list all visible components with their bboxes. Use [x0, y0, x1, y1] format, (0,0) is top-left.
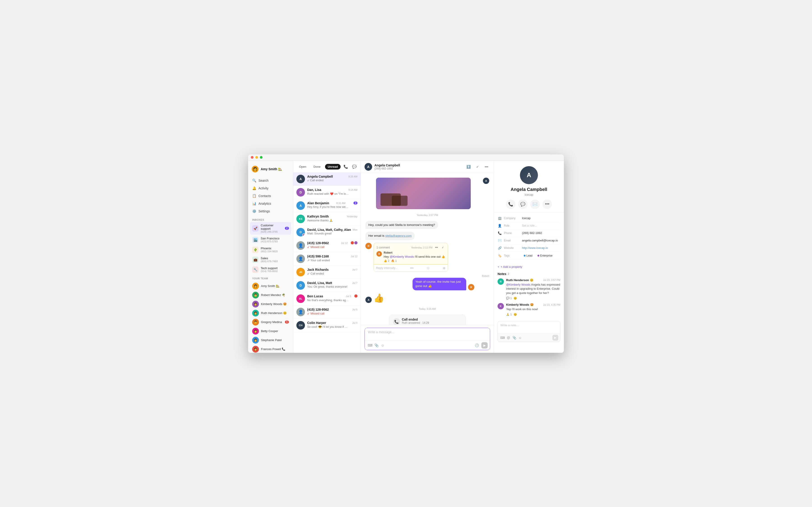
contact-chat-button[interactable]: 💬: [518, 200, 528, 209]
team-ruth[interactable]: 👩 Ruth Henderson 😊: [250, 308, 291, 318]
internal-comment-box: 1 comment Yesterday, 2:11 PM ••• ✓ R Rob…: [374, 243, 448, 272]
note-mention-button[interactable]: @: [505, 335, 511, 341]
ic-check-button[interactable]: ✓: [440, 245, 445, 250]
website-value[interactable]: http://www.icecap.io: [522, 246, 560, 249]
note-ruth-reaction-1[interactable]: 💬 1: [506, 297, 512, 300]
nav-contacts-label: Contacts: [259, 194, 271, 198]
nav-contacts[interactable]: 📋 Contacts: [250, 192, 291, 200]
write-note-input[interactable]: [498, 321, 560, 333]
conv-body-ben: Ben Lucas Jul 5 No that's everything, th…: [307, 294, 351, 302]
msg-1-bubble: Hey, could you add Stella to tomorrow's …: [365, 221, 438, 229]
team-frances[interactable]: 👩 Frances Powell 📞: [250, 345, 291, 353]
note-kimberly-reaction-1[interactable]: 🙏 1: [506, 313, 512, 316]
conv-item-phone2[interactable]: 👤 (415) 598-1168 Jul 12 ↗ Your call ende…: [293, 252, 361, 266]
inbox-sales[interactable]: 💼 Sales (800) 676-7463: [250, 255, 291, 265]
conv-item-angela[interactable]: A Angela Campbell 9:26 AM ↙ Call ended: [293, 172, 361, 186]
team-stephanie[interactable]: 👩 Stephanie Patel: [250, 336, 291, 345]
inbox-customer-support[interactable]: 🚀 Customer support (628) 246-3765 2: [250, 222, 291, 235]
resolve-button[interactable]: ✓: [474, 163, 481, 170]
nav-analytics-label: Analytics: [259, 202, 271, 205]
conv-avatar-david-group: D 2: [296, 228, 305, 236]
conv-body-angela: Angela Campbell 9:26 AM ↙ Call ended: [307, 175, 358, 182]
close-button[interactable]: [251, 156, 254, 159]
user-profile[interactable]: 👩 Amy Smith 🏡: [248, 163, 293, 176]
contact-email-button[interactable]: ✉️: [530, 200, 540, 209]
ic-reaction-1[interactable]: 👍 2: [384, 259, 389, 263]
compose-action-button[interactable]: 💬: [351, 163, 358, 170]
detail-phone: 📞 Phone (269) 682-1892: [498, 229, 560, 237]
conv-name-phone3: (415) 128-9562: [307, 308, 329, 311]
team-amy[interactable]: 👩 Amy Smith 🏡: [250, 282, 291, 291]
conv-item-phone3[interactable]: 👤 (415) 128-9562 Jul 5 ↙ Missed call: [293, 305, 361, 319]
compose-input[interactable]: [365, 328, 490, 340]
format-button[interactable]: ⌨: [367, 342, 373, 348]
contact-more-button[interactable]: •••: [542, 200, 552, 209]
conv-body-phone3: (415) 128-9562 Jul 5 ↙ Missed call: [307, 308, 358, 315]
contact-call-button[interactable]: 📞: [506, 200, 516, 209]
thumbs-sender-avatar: A: [365, 297, 372, 303]
email-link[interactable]: stella@agency.com: [385, 234, 412, 237]
more-button[interactable]: •••: [483, 163, 490, 170]
conv-preview-david-group: Matt: Sounds great!: [307, 232, 349, 235]
tag-enterprise[interactable]: Enterprise: [536, 253, 554, 258]
inbox-san-francisco[interactable]: 🏙️ San Francisco (415) 875-5783: [250, 235, 291, 244]
add-property-button[interactable]: + + Add a property: [494, 263, 564, 270]
robert-avatar: R: [468, 284, 474, 290]
inbox-icon-sf: 🏙️: [252, 237, 259, 243]
call-icon-circle: 📞: [393, 318, 400, 325]
conv-item-david-matt[interactable]: D David, Lisa, Matt Jul 7 You: Ok great,…: [293, 279, 361, 292]
conv-avatar-phone2: 👤: [296, 255, 305, 263]
inbox-tech-support[interactable]: 🔧 Tech support (514) 705-8002: [250, 265, 291, 274]
note-kimberly-reaction-2[interactable]: 😊: [513, 313, 517, 316]
conv-item-alan[interactable]: A Alan Benjamin 8:31 AM 2 Hey Amy, if yo…: [293, 199, 361, 212]
note-ruth-reaction-2[interactable]: 😊: [513, 297, 517, 300]
filter-unread[interactable]: Unread: [325, 164, 340, 170]
nav-analytics[interactable]: 📊 Analytics: [250, 200, 291, 207]
team-gregory[interactable]: 👨 Gregory Medina 1: [250, 318, 291, 327]
ic-text: Hey @Kimberly Woods I'll send this one o…: [384, 255, 445, 258]
tag-lead[interactable]: Lead: [522, 253, 534, 258]
note-attach-button[interactable]: 📎: [511, 335, 517, 341]
thumbs-up-emoji: 👍: [374, 293, 384, 303]
detail-tags: 🏷️ Tags Lead Enterprise: [498, 252, 560, 260]
inbox-phoenix[interactable]: 🌵 Phoenix (602) 154-9820: [250, 245, 291, 255]
conv-item-dan-lisa[interactable]: D Dan, Lisa 9:14 AM Ruth reacted with ❤️…: [293, 186, 361, 199]
emoji-button[interactable]: ☺: [380, 342, 386, 348]
nav-items: 🔍 Search 🔔 Activity 📋 Contacts 📊 Analyti…: [248, 176, 293, 216]
conversations: A Angela Campbell 9:26 AM ↙ Call ended D: [293, 172, 361, 353]
tags-label: Tags: [504, 254, 520, 257]
note-format-button[interactable]: ⌨: [500, 335, 505, 341]
settings-icon: ⚙️: [252, 209, 256, 213]
team-list: 👩 Amy Smith 🏡 👨 Robert Mendez 🌴 👩 Kimber…: [248, 282, 293, 353]
conv-item-phone1[interactable]: 👤 (415) 128-9562 Jul 12 ↙ Missed call: [293, 239, 361, 252]
nav-search[interactable]: 🔍 Search: [250, 177, 291, 184]
send-button[interactable]: ▶: [481, 342, 488, 348]
minimize-button[interactable]: [255, 156, 258, 159]
team-kimberly[interactable]: 👩 Kimberly Woods 🤩: [250, 299, 291, 308]
ic-reply-area[interactable]: Reply internally... ••• ☺ ⊕: [374, 264, 448, 272]
maximize-button[interactable]: [260, 156, 263, 159]
clock-button[interactable]: 🕐: [474, 342, 480, 348]
conv-item-jack[interactable]: JR Jack Richards Jul 7 ↙ Call ended: [293, 266, 361, 279]
note-emoji-button[interactable]: ☺: [517, 335, 523, 341]
ic-reaction-2[interactable]: 🔥 1: [391, 259, 397, 263]
share-button[interactable]: ⬆️: [465, 163, 472, 170]
nav-activity[interactable]: 🔔 Activity: [250, 185, 291, 192]
conv-item-kathryn[interactable]: KS Kathryn Smith Yesterday Awesome thank…: [293, 212, 361, 226]
conv-item-david-group[interactable]: D 2 David, Lisa, Matt, Cathy, Alan Mon M…: [293, 226, 361, 239]
team-betty[interactable]: 👩 Betty Cooper: [250, 327, 291, 336]
filter-done[interactable]: Done: [311, 164, 323, 170]
ic-more-button[interactable]: •••: [434, 245, 439, 250]
conv-item-ben[interactable]: BL Ben Lucas Jul 5 No that's everything,…: [293, 292, 361, 305]
note-send-button[interactable]: ▶: [552, 335, 558, 341]
nav-settings[interactable]: ⚙️ Settings: [250, 208, 291, 215]
attach-button[interactable]: 📎: [373, 342, 380, 348]
inbox-phone-sales: (800) 676-7463: [261, 260, 289, 263]
filter-open[interactable]: Open: [296, 164, 309, 170]
role-value[interactable]: Set a role...: [522, 224, 560, 227]
conv-preview-phone3: ↙ Missed call: [307, 312, 349, 315]
conv-item-colin[interactable]: CH Colin Harper Jul 4 So cool! 😎 I'll le…: [293, 319, 361, 332]
inbox-name-customer-support: Customer support: [261, 224, 283, 230]
phone-action-button[interactable]: 📞: [342, 163, 349, 170]
team-robert[interactable]: 👨 Robert Mendez 🌴: [250, 291, 291, 299]
